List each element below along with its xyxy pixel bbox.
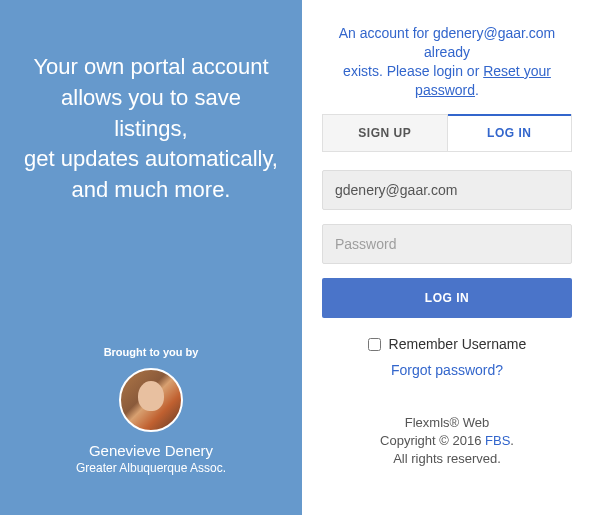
headline-line-4: and much more. bbox=[72, 177, 231, 202]
tab-signup[interactable]: SIGN UP bbox=[323, 115, 448, 151]
remember-username-checkbox[interactable] bbox=[368, 338, 381, 351]
login-button[interactable]: LOG IN bbox=[322, 278, 572, 318]
footer-copyright: Copyright © 2016 FBS. bbox=[322, 432, 572, 450]
headline-line-1: Your own portal account bbox=[33, 54, 268, 79]
tab-login[interactable]: LOG IN bbox=[448, 114, 572, 151]
footer-product: Flexmls® Web bbox=[322, 414, 572, 432]
account-exists-notice: An account for gdenery@gaar.com already … bbox=[322, 24, 572, 100]
password-field[interactable] bbox=[322, 224, 572, 264]
forgot-password-link[interactable]: Forgot password? bbox=[322, 362, 572, 378]
agent-org: Greater Albuquerque Assoc. bbox=[24, 461, 278, 475]
footer-rights: All rights reserved. bbox=[322, 450, 572, 468]
agent-avatar bbox=[119, 368, 183, 432]
auth-panel: An account for gdenery@gaar.com already … bbox=[302, 0, 592, 515]
brought-by-label: Brought to you by bbox=[24, 346, 278, 358]
remember-username-row: Remember Username bbox=[322, 336, 572, 352]
fbs-link[interactable]: FBS bbox=[485, 433, 510, 448]
agent-name: Genevieve Denery bbox=[24, 442, 278, 459]
notice-period: . bbox=[475, 82, 479, 98]
notice-text-1: An account for bbox=[339, 25, 433, 41]
email-field[interactable] bbox=[322, 170, 572, 210]
notice-email: gdenery@gaar.com bbox=[433, 25, 555, 41]
remember-username-label: Remember Username bbox=[389, 336, 527, 352]
promo-panel: Your own portal account allows you to sa… bbox=[0, 0, 302, 515]
notice-text-3: exists. Please login or bbox=[343, 63, 483, 79]
footer: Flexmls® Web Copyright © 2016 FBS. All r… bbox=[322, 414, 572, 469]
promo-headline: Your own portal account allows you to sa… bbox=[24, 52, 278, 206]
headline-line-3: get updates automatically, bbox=[24, 146, 278, 171]
notice-text-2: already bbox=[424, 44, 470, 60]
auth-tabs: SIGN UP LOG IN bbox=[322, 114, 572, 152]
headline-line-2: allows you to save listings, bbox=[61, 85, 241, 141]
